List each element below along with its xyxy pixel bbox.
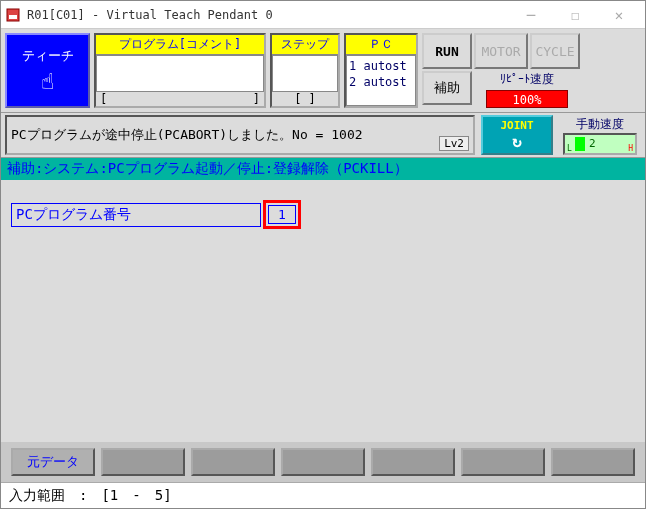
program-comment-footer: [ ] xyxy=(96,92,264,106)
manual-speed-indicator[interactable]: 2 L H xyxy=(563,133,637,155)
input-highlight: 1 xyxy=(263,200,301,229)
pc-line-1: 1 autost xyxy=(349,58,413,74)
softkey-4[interactable] xyxy=(281,448,365,476)
close-button[interactable]: ✕ xyxy=(597,2,641,28)
manual-speed-panel: 手動速度 2 L H xyxy=(559,116,641,155)
window-title: R01[C01] - Virtual Teach Pendant 0 xyxy=(27,8,509,22)
svg-rect-1 xyxy=(9,15,17,19)
motor-button[interactable]: MOTOR xyxy=(474,33,528,69)
message-text: PCプログラムが途中停止(PCABORT)しました。No = 1002 xyxy=(11,126,363,144)
program-comment-header: プログラム[コメント] xyxy=(96,35,264,55)
speed-high-marker: H xyxy=(628,144,633,153)
titlebar: R01[C01] - Virtual Teach Pendant 0 ─ ☐ ✕ xyxy=(1,1,645,29)
pc-program-number-input[interactable]: 1 xyxy=(268,205,296,224)
pc-line-2: 2 autost xyxy=(349,74,413,90)
maximize-button[interactable]: ☐ xyxy=(553,2,597,28)
repeat-speed-value: 100% xyxy=(486,90,568,108)
step-footer: [ ] xyxy=(272,92,338,106)
hand-icon: ☝ xyxy=(41,69,54,94)
softkey-7[interactable] xyxy=(551,448,635,476)
field-row: PCプログラム番号 1 xyxy=(11,200,635,229)
step-body xyxy=(272,55,338,92)
speed-bar xyxy=(575,137,585,151)
pc-header: ＰＣ xyxy=(346,35,416,55)
softkey-1[interactable]: 元データ xyxy=(11,448,95,476)
level-button[interactable]: Lv2 xyxy=(439,136,469,151)
breadcrumb: 補助:システム:PCプログラム起動／停止:登録解除（PCKILL） xyxy=(1,158,645,180)
aux-button[interactable]: 補助 xyxy=(422,71,472,105)
teach-label: ティーチ xyxy=(22,47,74,65)
message-box: PCプログラムが途中停止(PCABORT)しました。No = 1002 Lv2 xyxy=(5,115,475,155)
pc-body: 1 autost 2 autost xyxy=(346,55,416,106)
speed-pos: 2 xyxy=(589,137,596,150)
softkey-bar: 元データ xyxy=(1,442,645,482)
status-bar: 入力範囲 : [1 - 5] xyxy=(1,482,645,508)
step-header: ステップ xyxy=(272,35,338,55)
robot-arm-icon: ↻ xyxy=(512,132,522,151)
toolbar: ティーチ ☝ プログラム[コメント] [ ] ステップ [ ] ＰＣ 1 aut… xyxy=(1,29,645,113)
softkey-6[interactable] xyxy=(461,448,545,476)
repeat-speed-label: ﾘﾋﾟｰﾄ速度 xyxy=(500,71,554,88)
softkey-2[interactable] xyxy=(101,448,185,476)
joint-button[interactable]: JOINT ↻ xyxy=(481,115,553,155)
softkey-3[interactable] xyxy=(191,448,275,476)
joint-label: JOINT xyxy=(500,119,533,132)
speed-low-marker: L xyxy=(567,144,572,153)
control-column: RUN MOTOR CYCLE 補助 ﾘﾋﾟｰﾄ速度 100% xyxy=(422,33,580,108)
softkey-5[interactable] xyxy=(371,448,455,476)
app-icon xyxy=(5,7,21,23)
pc-program-number-label: PCプログラム番号 xyxy=(11,203,261,227)
program-comment-panel: プログラム[コメント] [ ] xyxy=(94,33,266,108)
pc-panel: ＰＣ 1 autost 2 autost xyxy=(344,33,418,108)
program-comment-body xyxy=(96,55,264,92)
manual-speed-label: 手動速度 xyxy=(576,116,624,133)
teach-button[interactable]: ティーチ ☝ xyxy=(5,33,90,108)
minimize-button[interactable]: ─ xyxy=(509,2,553,28)
cycle-button[interactable]: CYCLE xyxy=(530,33,580,69)
input-range-text: 入力範囲 : [1 - 5] xyxy=(9,487,172,505)
message-bar: PCプログラムが途中停止(PCABORT)しました。No = 1002 Lv2 … xyxy=(1,113,645,158)
work-area: PCプログラム番号 1 元データ xyxy=(1,180,645,482)
step-panel: ステップ [ ] xyxy=(270,33,340,108)
run-button[interactable]: RUN xyxy=(422,33,472,69)
